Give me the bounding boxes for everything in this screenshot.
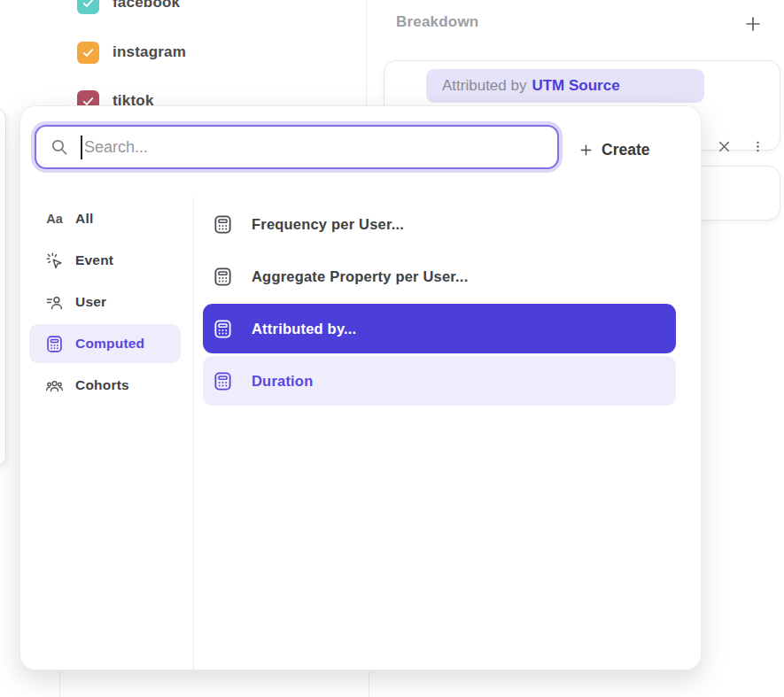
kebab-menu-icon [750,139,765,154]
result-attributed-by[interactable]: Attributed by... [203,304,676,353]
calculator-icon [213,319,233,339]
category-user[interactable]: User [29,283,181,321]
result-label: Duration [252,373,313,390]
result-frequency-per-user[interactable]: Frequency per User... [203,199,676,249]
result-duration[interactable]: Duration [203,356,676,406]
checkmark-icon [82,46,95,59]
result-label: Aggregate Property per User... [252,268,468,285]
category-event[interactable]: Event [29,241,181,280]
chip-prefix-label: Attributed by [442,77,526,95]
panel-divider-line-top [366,0,367,105]
plus-icon [578,143,594,158]
channel-row-instagram[interactable]: instagram [77,41,186,64]
plus-icon [743,14,763,34]
event-pointer-icon [45,252,64,270]
create-button-label: Create [602,141,649,159]
add-breakdown-button[interactable] [741,12,765,35]
calculator-icon [213,267,233,287]
close-icon [716,138,733,155]
category-all[interactable]: Aa All [29,199,181,238]
group-icon [45,376,64,395]
search-box[interactable] [35,125,559,169]
create-button[interactable]: Create [578,133,690,167]
property-picker-popup: Create Aa All Event User Computed Cohort… [19,105,702,670]
checkmark-icon [82,0,95,10]
result-label: Attributed by... [252,321,356,337]
channel-label: facebook [113,0,180,12]
background-left-panel-edge [0,108,6,467]
breakdown-options-button[interactable] [747,134,768,159]
breakdown-section-title: Breakdown [396,13,478,31]
letters-icon: Aa [45,210,64,228]
result-label: Frequency per User... [252,216,404,233]
result-aggregate-property-per-user[interactable]: Aggregate Property per User... [203,252,676,301]
calculator-icon [213,214,233,235]
breakdown-property-chip[interactable]: Attributed by UTM Source [426,69,704,103]
category-label: User [75,294,106,310]
grid-line-bottom-left [59,672,60,697]
search-icon [50,137,69,157]
facebook-checkbox[interactable] [77,0,99,14]
chip-property-value: UTM Source [532,77,619,95]
channel-row-facebook[interactable]: facebook [77,0,180,14]
calculator-icon [45,335,64,353]
category-computed[interactable]: Computed [29,324,181,363]
search-input[interactable] [84,127,545,167]
text-caret [81,136,82,159]
category-label: Event [75,252,113,268]
category-label: All [75,211,93,227]
user-icon [45,293,64,312]
calculator-icon [213,371,233,391]
instagram-checkbox[interactable] [77,42,99,64]
category-label: Cohorts [75,377,129,393]
popup-column-divider [193,197,194,671]
channel-label: instagram [113,43,186,61]
category-label: Computed [75,336,144,352]
category-cohorts[interactable]: Cohorts [29,366,181,405]
remove-breakdown-button[interactable] [711,134,736,159]
grid-line-bottom-mid [369,672,369,697]
